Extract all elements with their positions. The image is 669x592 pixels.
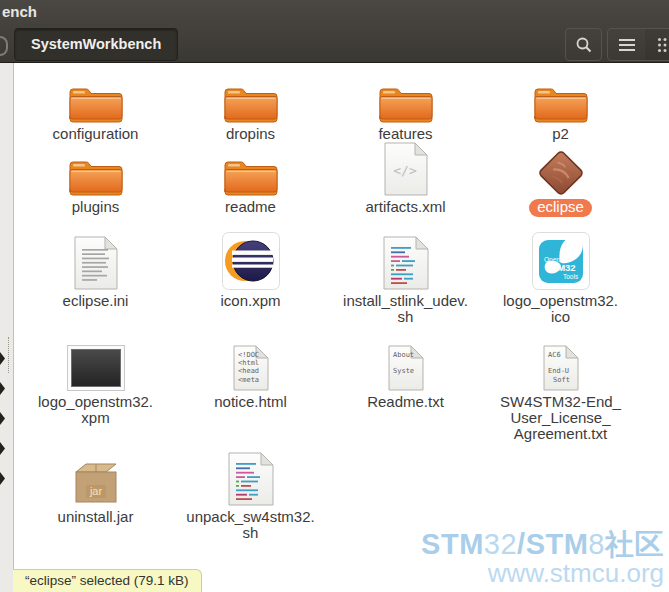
menu-button[interactable] (607, 28, 646, 61)
preview-icon: <!DOC<html<head<meta (233, 341, 269, 391)
xml-icon: </> (384, 156, 428, 196)
file-item-label: artifacts.xml (365, 199, 445, 215)
file-item-uninstall.jar[interactable]: jar uninstall.jar (18, 456, 173, 586)
file-item-dropins[interactable]: dropins (173, 83, 328, 156)
svg-text:<html: <html (238, 359, 259, 367)
window-title-fragment: ench (2, 3, 37, 20)
folder-icon (223, 156, 279, 196)
watermark-segment: 8 (588, 528, 605, 560)
svg-text:Tools: Tools (563, 273, 579, 280)
file-item-label: readme (225, 199, 276, 215)
file-item-readme[interactable]: readme (173, 156, 328, 228)
shell-icon (383, 228, 429, 290)
watermark-line1: STM32/STM8社区 (421, 530, 664, 559)
file-item-label: dropins (226, 126, 275, 142)
file-item-label: SW4STM32-End_ User_License_ Agreement.tx… (500, 394, 621, 442)
background-window-mark (0, 472, 5, 485)
file-item-configuration[interactable]: configuration (18, 83, 173, 156)
svg-text:jar: jar (88, 485, 102, 497)
file-item-SW4STM32-End__User_License__Agreement.txt[interactable]: AC6End-USoftSW4STM32-End_ User_License_ … (483, 341, 638, 456)
preview-icon: AboutSyste (388, 341, 424, 391)
file-item-logo_openstm32._xpm[interactable]: logo_openstm32. xpm (18, 341, 173, 456)
file-icon-grid: configuration dropins features p2 plugin… (18, 83, 638, 586)
file-item-label: features (378, 126, 432, 142)
svg-text:Soft: Soft (553, 376, 570, 384)
grid-view-icon (657, 37, 669, 52)
file-item-label: notice.html (214, 394, 287, 410)
file-item-label: logo_openstm32. xpm (38, 394, 153, 426)
file-item-label: install_stlink_udev. sh (343, 293, 468, 325)
file-manager-window: ench SystemWorkbench (0, 0, 669, 592)
background-window-sliver (0, 63, 14, 592)
svg-text:<head: <head (238, 367, 259, 375)
file-item-install_stlink_udev._sh[interactable]: install_stlink_udev. sh (328, 228, 483, 341)
folder-icon (68, 83, 124, 123)
file-item-label: uninstall.jar (58, 509, 134, 525)
file-item-label: configuration (53, 126, 139, 142)
menu-icon (619, 39, 635, 51)
svg-text:Syste: Syste (393, 367, 414, 375)
file-item-label: unpack_sw4stm32. sh (186, 509, 314, 541)
file-item-label: eclipse (529, 199, 592, 217)
background-window-mark (0, 352, 5, 365)
folder-icon (68, 156, 124, 196)
watermark: STM32/STM8社区 www.stmcu.org (421, 530, 664, 586)
background-window-mark (0, 412, 5, 425)
file-item-eclipse.ini[interactable]: eclipse.ini (18, 228, 173, 341)
svg-text:</>: </> (393, 163, 417, 178)
image-icon (67, 341, 125, 391)
svg-text:<!DOC: <!DOC (238, 351, 259, 359)
file-item-plugins[interactable]: plugins (18, 156, 173, 228)
file-item-p2[interactable]: p2 (483, 83, 638, 156)
eclipse-icon (535, 156, 587, 196)
file-item-unpack_sw4stm32._sh[interactable]: unpack_sw4stm32. sh (173, 456, 328, 586)
svg-text:About: About (393, 351, 414, 359)
watermark-segment: STM (421, 528, 484, 560)
stm32-logo-icon: Open STM32 Tools (532, 228, 590, 290)
folder-icon (533, 83, 589, 123)
file-item-eclipse[interactable]: eclipse (483, 156, 638, 228)
search-button[interactable] (565, 28, 602, 61)
folder-icon (378, 83, 434, 123)
file-item-notice.html[interactable]: <!DOC<html<head<metanotice.html (173, 341, 328, 456)
shell-icon (228, 456, 274, 506)
file-item-icon.xpm[interactable]: icon.xpm (173, 228, 328, 341)
svg-text:AC6: AC6 (548, 351, 561, 359)
clipped-toolbar-icon-fragment (0, 36, 8, 56)
file-item-logo_openstm32._ico[interactable]: Open STM32 Tools logo_openstm32. ico (483, 228, 638, 341)
grid-view-button[interactable] (645, 28, 669, 61)
jar-icon: jar (72, 456, 120, 506)
folder-icon (223, 83, 279, 123)
text-icon (74, 228, 118, 290)
watermark-segment: /STM (517, 528, 588, 560)
search-icon (575, 36, 593, 54)
preview-icon: AC6End-USoft (543, 341, 579, 391)
watermark-segment: 32 (484, 528, 517, 560)
watermark-line2: www.stmcu.org (421, 560, 664, 586)
background-window-dots (8, 337, 9, 373)
background-window-mark (0, 382, 5, 395)
file-item-label: plugins (72, 199, 120, 215)
svg-text:STM32: STM32 (545, 262, 576, 273)
svg-text:<meta: <meta (238, 376, 259, 384)
eclipse-logo-icon (222, 228, 280, 290)
file-item-label: icon.xpm (220, 293, 280, 309)
watermark-segment: 社区 (605, 528, 664, 560)
file-item-label: p2 (552, 126, 569, 142)
location-path-button[interactable]: SystemWorkbench (14, 28, 178, 61)
file-item-artifacts.xml[interactable]: </>artifacts.xml (328, 156, 483, 228)
file-item-label: Readme.txt (367, 394, 444, 410)
background-window-mark (0, 442, 5, 455)
file-item-label: eclipse.ini (63, 293, 129, 309)
file-item-label: logo_openstm32. ico (503, 293, 618, 325)
window-header: ench SystemWorkbench (0, 0, 669, 63)
svg-text:End-U: End-U (548, 367, 569, 375)
file-item-Readme.txt[interactable]: AboutSysteReadme.txt (328, 341, 483, 456)
selection-status: “eclipse” selected (79.1 kB) (13, 569, 202, 592)
